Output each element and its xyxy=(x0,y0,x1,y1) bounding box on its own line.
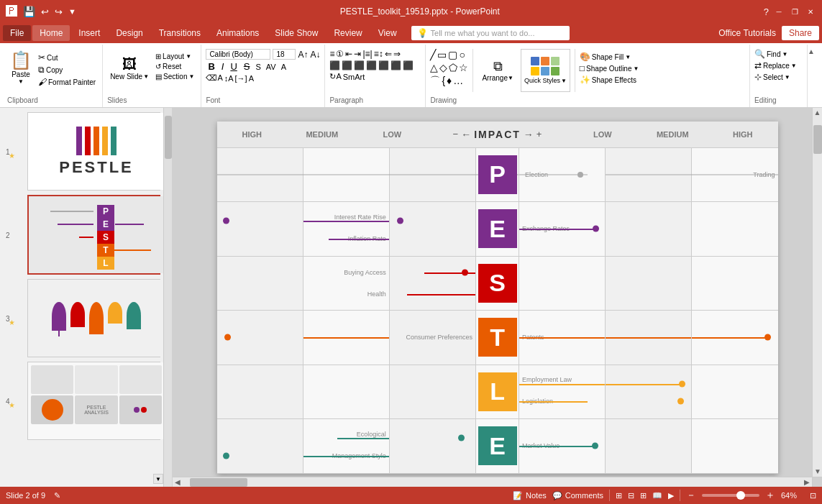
clear-format-button[interactable]: ⌫A xyxy=(206,73,222,83)
normal-view-button[interactable]: ⊞ xyxy=(616,491,622,500)
new-slide-button[interactable]: 🖼 New Slide ▼ xyxy=(107,49,152,88)
restore-button[interactable]: ❐ xyxy=(789,6,800,17)
reading-view-button[interactable]: 📖 xyxy=(652,491,662,500)
zoom-thumb[interactable] xyxy=(736,491,745,500)
hscroll-left-button[interactable]: ◀ xyxy=(173,477,183,487)
cut-button[interactable]: ✂Cut xyxy=(36,52,98,63)
arrange-button[interactable]: ⧉ Arrange ▼ xyxy=(478,49,518,92)
shape-fill-button[interactable]: 🎨 Shape Fill ▼ xyxy=(580,52,639,62)
shape-line-icon[interactable]: ╱ xyxy=(430,49,436,60)
customize-icon[interactable]: ▼ xyxy=(68,7,76,16)
columns-button[interactable]: |≡| xyxy=(362,49,372,59)
vscroll-thumb[interactable] xyxy=(813,125,822,154)
font-size-selector[interactable]: 18 xyxy=(273,49,296,60)
increase-indent-button[interactable]: ⇥ xyxy=(354,49,361,59)
slide-panel-scroll-thumb[interactable] xyxy=(165,116,172,159)
align-top-button[interactable]: ⬛ xyxy=(378,60,389,70)
hscroll-right-button[interactable]: ▶ xyxy=(802,477,812,487)
vscroll-down-button[interactable]: ▼ xyxy=(813,467,822,477)
slide-4-thumbnail[interactable]: PESTLE ANALYSIS xyxy=(27,362,160,440)
ltr-button[interactable]: ⇒ xyxy=(393,49,401,59)
zoom-in-button[interactable]: ＋ xyxy=(765,489,775,502)
numbering-button[interactable]: ① xyxy=(336,49,344,59)
shape-misc-icon[interactable]: ♦ xyxy=(447,75,452,88)
font-color2-button[interactable]: A xyxy=(249,74,254,83)
format-painter-button[interactable]: 🖌Format Painter xyxy=(36,76,98,88)
text-direction2-button[interactable]: ↻A xyxy=(329,72,341,81)
help-icon[interactable]: ? xyxy=(764,6,769,17)
decrease-indent-button[interactable]: ⇤ xyxy=(345,49,352,59)
slide-edit-icon[interactable]: ✎ xyxy=(54,491,60,500)
slide-sorter-button[interactable]: ⊞ xyxy=(640,491,647,500)
vscroll-up-button[interactable]: ▲ xyxy=(813,108,822,118)
align-middle-button[interactable]: ⬛ xyxy=(391,60,401,70)
comments-button[interactable]: 💬 Comments xyxy=(552,491,603,500)
bold-button[interactable]: B xyxy=(206,61,216,72)
office-tutorials-link[interactable]: Office Tutorials xyxy=(718,28,776,38)
slide-canvas[interactable]: HIGH MEDIUM LOW − ← IMPACT → + LOW MEDIU… xyxy=(217,122,778,474)
close-button[interactable]: ✕ xyxy=(805,6,816,17)
tell-me-bar[interactable]: 💡 Tell me what you want to do... xyxy=(411,26,570,40)
slide-3-thumbnail[interactable] xyxy=(27,279,160,357)
font-family-selector[interactable]: Calibri (Body) xyxy=(206,49,270,60)
canvas-vscroll[interactable]: ▲ ▼ xyxy=(812,108,822,477)
menu-slideshow[interactable]: Slide Show xyxy=(268,25,325,41)
replace-button[interactable]: ⇄ Replace ▼ xyxy=(754,60,803,70)
zoom-slider[interactable] xyxy=(702,494,759,497)
menu-file[interactable]: File xyxy=(3,25,31,41)
slideshow-button[interactable]: ▶ xyxy=(668,491,674,500)
select-button[interactable]: ⊹ Select ▼ xyxy=(754,72,803,82)
menu-view[interactable]: View xyxy=(371,25,404,41)
collapse-ribbon-button[interactable]: ▲ xyxy=(808,47,815,55)
align-center-button[interactable]: ⬛ xyxy=(342,60,352,70)
slide-1-thumbnail[interactable]: PESTLE xyxy=(27,112,160,191)
font-size-increase[interactable]: A↑ xyxy=(298,50,308,60)
zoom-level[interactable]: 64% xyxy=(781,491,804,500)
section-button[interactable]: ▤Section▼ xyxy=(153,72,196,81)
font-size-decrease[interactable]: A↓ xyxy=(310,50,320,60)
canvas-hscroll[interactable]: ◀ ▶ xyxy=(173,477,812,487)
font-color-button[interactable]: A xyxy=(280,63,288,71)
shape-curve-icon[interactable]: ⌒ xyxy=(430,75,440,88)
notes-button[interactable]: 📝 Notes xyxy=(513,491,547,500)
minimize-button[interactable]: ─ xyxy=(773,6,785,17)
menu-design[interactable]: Design xyxy=(109,25,150,41)
outline-view-button[interactable]: ⊟ xyxy=(628,491,634,500)
hscroll-thumb[interactable] xyxy=(190,478,247,487)
redo-icon[interactable]: ↪ xyxy=(55,6,63,17)
shape-circle-icon[interactable]: ○ xyxy=(459,49,465,60)
paste-button[interactable]: 📋 Paste ▼ xyxy=(7,49,35,86)
shape-outline-button[interactable]: □ Shape Outline ▼ xyxy=(580,63,639,73)
shape-rect-icon[interactable]: ▭ xyxy=(437,49,447,60)
line-spacing-button[interactable]: ≡↕ xyxy=(374,49,383,59)
panel-expand-button[interactable]: ▼ xyxy=(153,474,163,484)
align-left-button[interactable]: ⬛ xyxy=(329,60,340,70)
menu-animations[interactable]: Animations xyxy=(209,25,266,41)
reset-button[interactable]: ↺Reset xyxy=(153,62,196,71)
italic-button[interactable]: I xyxy=(219,61,227,72)
shape-more-icon[interactable]: … xyxy=(453,75,463,88)
align-right-button[interactable]: ⬛ xyxy=(354,60,365,70)
shape-arrow-icon[interactable]: △ xyxy=(430,62,438,73)
quick-styles-button[interactable]: Quick Styles ▼ xyxy=(521,49,570,92)
rtl-button[interactable]: ⇐ xyxy=(385,49,392,59)
fit-slide-button[interactable]: ⊡ xyxy=(810,491,816,500)
shape-round-rect-icon[interactable]: ▢ xyxy=(448,49,457,60)
menu-home[interactable]: Home xyxy=(32,25,70,41)
slide-2-thumbnail[interactable]: P E S T L xyxy=(27,195,160,275)
shape-pentagon-icon[interactable]: ⬠ xyxy=(449,62,457,73)
save-icon[interactable]: 💾 xyxy=(23,6,35,17)
text-shadow-button[interactable]: S xyxy=(254,63,262,71)
convert-to-smartart-button[interactable]: [→] xyxy=(235,74,247,83)
underline-button[interactable]: U xyxy=(228,61,239,72)
menu-insert[interactable]: Insert xyxy=(71,25,107,41)
shape-brace-icon[interactable]: { xyxy=(442,75,445,88)
bullets-button[interactable]: ≡ xyxy=(329,49,334,59)
copy-button[interactable]: ⧉Copy xyxy=(36,64,98,75)
shape-diamond-icon[interactable]: ◇ xyxy=(439,62,447,73)
menu-transitions[interactable]: Transitions xyxy=(152,25,208,41)
zoom-out-button[interactable]: － xyxy=(686,489,696,502)
shape-effects-button[interactable]: ✨ Shape Effects xyxy=(580,75,639,85)
text-direction-button[interactable]: ↕A xyxy=(224,74,234,83)
char-spacing-button[interactable]: AV xyxy=(265,63,278,71)
